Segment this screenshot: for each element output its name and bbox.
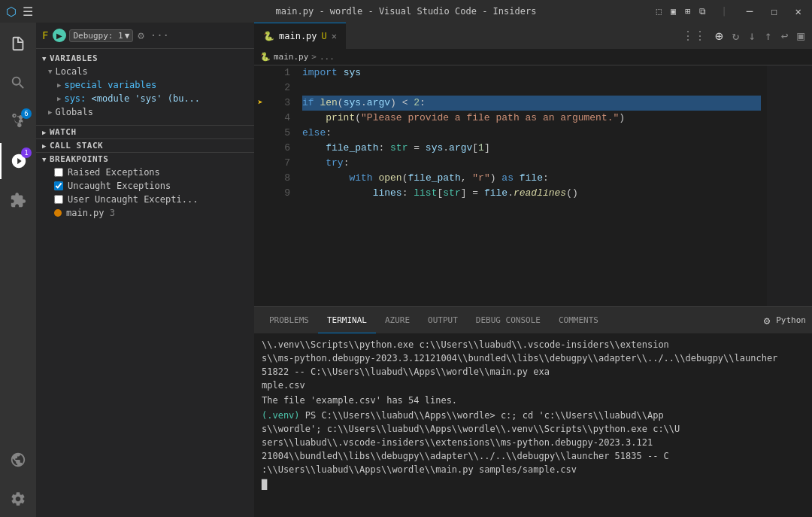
file-icon: F [42,29,48,41]
title-bar-controls: ⬚ ▣ ⊞ ⧉ | ─ ☐ ✕ [656,4,806,19]
layout-icon-3[interactable]: ⊞ [685,6,690,17]
activity-item-settings[interactable] [0,481,36,517]
code-line-5: else: [302,126,761,141]
hamburger-menu[interactable]: ☰ [23,5,33,19]
line-numbers: 1 2 3 4 5 6 7 8 9 [266,65,296,306]
raised-exceptions-checkbox[interactable] [54,168,63,177]
user-uncaught-checkbox[interactable] [54,195,63,204]
title-bar-left: ⬡ ☰ [6,5,33,19]
debug-gutter: ➤ [254,65,266,306]
debug-more-icon[interactable]: ··· [150,29,169,41]
layout-icon-2[interactable]: ▣ [671,6,676,17]
locals-item[interactable]: ▼ Locals [36,65,254,78]
minimize-button[interactable]: ─ [742,4,757,19]
prompt-char: █ [262,478,267,491]
globals-expand-icon: ▶ [48,108,52,116]
debug-toolbar: ▶ Debugpy: 1 ▼ [53,29,133,42]
raised-exceptions-item[interactable]: Raised Exceptions [36,166,254,179]
terminal-line-2: The file 'example.csv' has 54 lines. [262,394,804,407]
gear-icon[interactable]: ⚙ [764,315,770,327]
user-uncaught-item[interactable]: User Uncaught Excepti... [36,193,254,206]
tab-close-icon[interactable]: ✕ [332,31,337,41]
uncaught-exceptions-item[interactable]: Uncaught Exceptions [36,179,254,193]
callstack-section: ▶ CALL STACK [36,138,254,152]
source-control-badge: 6 [21,108,32,119]
callstack-expand-icon: ▶ [42,142,47,150]
tab-terminal[interactable]: TERMINAL [318,307,376,333]
close-button[interactable]: ✕ [791,4,806,19]
debug-settings-icon[interactable]: ⚙ [138,29,144,41]
terminal-line-1: \\.venv\\Scripts\\python.exe c:\\Users\\… [262,338,804,392]
debug-arrow-marker: ➤ [257,96,262,111]
terminal-line-3: (.venv) PS C:\\Users\\luabud\\Apps\\word… [262,409,804,476]
terminal-content[interactable]: \\.venv\\Scripts\\python.exe c:\\Users\\… [254,333,812,517]
editor-area: 🐍 main.py U ✕ ⋮⋮ ⊕ ↻ ↓ ↑ ↩ ▣ 🐍 main.py >… [254,23,812,517]
tab-problems[interactable]: PROBLEMS [260,307,318,333]
breakpoints-expand-icon: ▼ [42,156,47,163]
activity-item-source-control[interactable]: 6 [0,104,36,140]
split-editor-icon[interactable]: ⋮⋮ [680,27,707,44]
tab-azure[interactable]: AZURE [376,307,419,333]
activity-item-explorer[interactable] [0,26,36,62]
terminal-panel: PROBLEMS TERMINAL AZURE OUTPUT DEBUG CON… [254,306,812,517]
debug-panel-icon[interactable]: ▣ [795,27,806,44]
panel-tab-right: ⚙ Python [764,315,806,327]
tab-debug-console[interactable]: DEBUG CONSOLE [467,307,550,333]
activity-item-extensions[interactable] [0,182,36,218]
variables-section: ▼ VARIABLES ▼ Locals ▶ special variables… [36,49,254,122]
code-line-6: file_path: str = sys.argv[1] [302,141,761,156]
sidebar-header: F ▶ Debugpy: 1 ▼ ⚙ ··· [36,23,254,49]
debug-step-cursor-icon[interactable]: ⊕ [714,26,725,45]
special-vars-expand-icon: ▶ [57,81,61,89]
variables-header[interactable]: ▼ VARIABLES [36,52,254,65]
variables-expand-icon: ▼ [42,55,47,62]
breadcrumb: 🐍 main.py > ... [254,49,812,65]
watch-header[interactable]: ▶ WATCH [36,126,254,138]
debug-step-down-icon[interactable]: ↓ [747,27,757,44]
minimap [767,65,812,306]
editor-tabs: 🐍 main.py U ✕ ⋮⋮ ⊕ ↻ ↓ ↑ ↩ ▣ [254,23,812,49]
activity-item-search[interactable] [0,65,36,101]
sys-expand-icon: ▶ [57,95,61,102]
debug-step-up-icon[interactable]: ↑ [763,27,774,44]
main-py-breakpoint[interactable]: main.py 3 [36,206,254,220]
terminal-prompt: █ [262,478,804,491]
code-line-4: print("Please provide a file path as an … [302,111,761,126]
tab-main-py[interactable]: 🐍 main.py U ✕ [254,23,346,49]
activity-item-debug[interactable]: 1 [0,143,36,179]
code-line-1: import sys [302,65,761,81]
globals-item[interactable]: ▶ Globals [36,105,254,119]
layout-icon[interactable]: ⬚ [656,6,662,17]
breadcrumb-file-icon: 🐍 [260,52,271,62]
python-label: Python [776,315,806,325]
tab-list: 🐍 main.py U ✕ [254,23,346,49]
callstack-header[interactable]: ▶ CALL STACK [36,139,254,152]
chevron-down-icon: ▼ [125,31,130,41]
maximize-button[interactable]: ☐ [766,4,781,19]
panel-tabs: PROBLEMS TERMINAL AZURE OUTPUT DEBUG CON… [254,307,812,333]
activity-bar: 6 1 [0,23,36,517]
uncaught-exceptions-checkbox[interactable] [54,181,63,190]
tab-comments[interactable]: COMMENTS [550,307,607,333]
layout-icon-4[interactable]: ⧉ [699,6,706,17]
tab-output[interactable]: OUTPUT [419,307,467,333]
watch-section: ▶ WATCH [36,125,254,138]
breakpoints-header[interactable]: ▼ BREAKPOINTS [36,153,254,166]
sys-variable-item[interactable]: ▶ sys: <module 'sys' (bu... [36,92,254,105]
code-line-7: try: [302,156,761,171]
code-line-8: with open(file_path, "r") as file: [302,171,761,186]
editor-toolbar-right: ⋮⋮ ⊕ ↻ ↓ ↑ ↩ ▣ [680,23,812,49]
code-editor[interactable]: ➤ 1 2 3 4 5 6 7 8 9 [254,65,812,306]
special-variables-item[interactable]: ▶ special variables [36,78,254,92]
debug-restart-icon[interactable]: ↻ [731,27,741,44]
code-content[interactable]: import sys if len(sys.argv) < 2: print("… [296,65,767,306]
sidebar: F ▶ Debugpy: 1 ▼ ⚙ ··· ▼ VARIABLES ▼ Loc… [36,23,254,517]
debug-play-button[interactable]: ▶ [53,29,66,42]
code-line-9: lines: list[str] = file.readlines() [302,186,761,201]
activity-item-remote[interactable] [0,442,36,478]
python-file-icon: 🐍 [263,31,274,41]
breakpoints-section: ▼ BREAKPOINTS Raised Exceptions Uncaught… [36,152,254,220]
debug-config-selector[interactable]: Debugpy: 1 ▼ [69,29,133,42]
debug-badge: 1 [21,147,32,158]
debug-undo-icon[interactable]: ↩ [780,27,790,44]
